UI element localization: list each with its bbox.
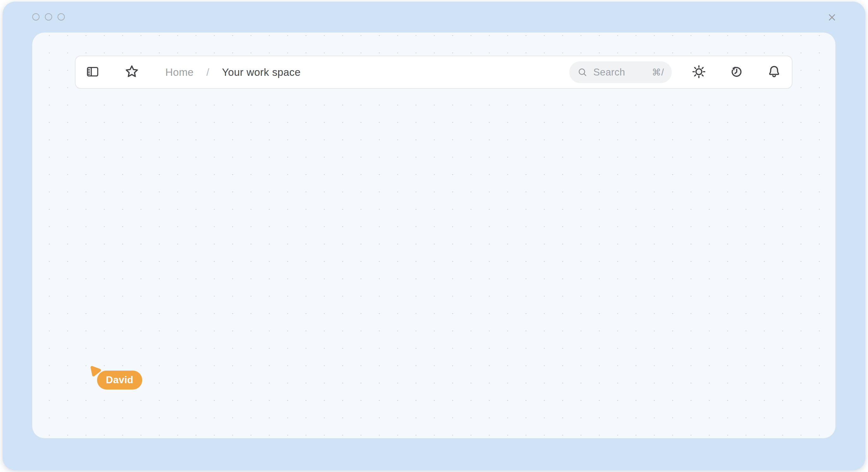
favorite-button[interactable] (125, 65, 139, 79)
bell-icon (768, 65, 781, 79)
remote-cursor: David (89, 365, 178, 393)
search-input[interactable] (593, 66, 652, 78)
search-box[interactable]: ⌘/ (569, 61, 672, 83)
breadcrumb-current: Your work space (222, 66, 301, 78)
toolbar: Home / Your work space ⌘/ (75, 56, 793, 89)
app-window: Home / Your work space ⌘/ (3, 2, 865, 470)
close-icon (828, 13, 836, 23)
window-control-circle-1[interactable] (32, 13, 39, 21)
star-icon (125, 65, 139, 79)
sidebar-toggle-button[interactable] (86, 65, 99, 79)
breadcrumb-home[interactable]: Home (165, 66, 194, 78)
notifications-button[interactable] (767, 65, 781, 79)
sidebar-panel-icon (86, 66, 99, 78)
sun-icon (692, 64, 706, 80)
window-control-circle-2[interactable] (45, 13, 52, 21)
history-icon (730, 65, 743, 79)
cursor-name-badge: David (97, 371, 142, 390)
close-button[interactable] (826, 12, 838, 24)
canvas[interactable]: Home / Your work space ⌘/ (32, 33, 835, 438)
window-controls (32, 13, 70, 21)
window-control-circle-3[interactable] (58, 13, 65, 21)
history-button[interactable] (730, 65, 743, 79)
search-shortcut-hint: ⌘/ (652, 67, 664, 78)
breadcrumb-separator: / (207, 66, 210, 78)
breadcrumb: Home / Your work space (165, 66, 301, 78)
theme-toggle-button[interactable] (692, 65, 706, 79)
search-icon (578, 67, 588, 77)
